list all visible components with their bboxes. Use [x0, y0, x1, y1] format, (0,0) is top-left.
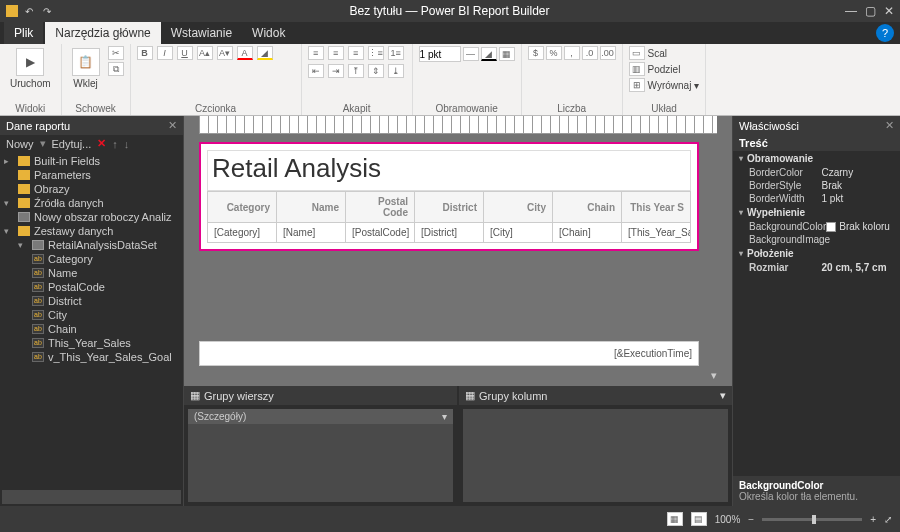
valign-mid-icon[interactable]: ⇕	[368, 64, 384, 78]
maximize-icon[interactable]: ▢	[865, 4, 876, 18]
bold-button[interactable]: B	[137, 46, 153, 60]
undo-icon[interactable]: ↶	[22, 4, 36, 18]
tree-field[interactable]: abName	[0, 266, 183, 280]
align-right-icon[interactable]: ≡	[348, 46, 364, 60]
tree-field[interactable]: abCategory	[0, 252, 183, 266]
copy-icon[interactable]: ⧉	[108, 62, 124, 76]
percent-icon[interactable]: %	[546, 46, 562, 60]
chevron-down-icon[interactable]: ▾	[711, 369, 717, 382]
view-mode-icon[interactable]: ▤	[691, 512, 707, 526]
tree-node-images[interactable]: Obrazy	[0, 182, 183, 196]
font-shrink-icon[interactable]: A▾	[217, 46, 233, 60]
currency-icon[interactable]: $	[528, 46, 544, 60]
col-header[interactable]: Chain	[553, 192, 622, 223]
tree-field[interactable]: abDistrict	[0, 294, 183, 308]
selected-object[interactable]: Treść	[733, 135, 900, 151]
cell[interactable]: [Name]	[277, 223, 346, 243]
tree-field[interactable]: abChain	[0, 322, 183, 336]
close-icon[interactable]: ✕	[168, 119, 177, 132]
border-thickness-input[interactable]	[419, 46, 461, 62]
close-icon[interactable]: ✕	[884, 4, 894, 18]
tree-node-datasources[interactable]: ▾Źródła danych	[0, 196, 183, 210]
tab-home[interactable]: Narzędzia główne	[45, 22, 160, 44]
col-header[interactable]: District	[415, 192, 484, 223]
fill-color-icon[interactable]: ◢	[257, 46, 273, 60]
border-preset-icon[interactable]: ▦	[499, 47, 515, 61]
tree-node-params[interactable]: Parameters	[0, 168, 183, 182]
edit-button[interactable]: Edytuj...	[52, 138, 92, 150]
comma-icon[interactable]: ,	[564, 46, 580, 60]
report-table[interactable]: Category Name Postal Code District City …	[207, 191, 691, 243]
minimize-icon[interactable]: —	[845, 4, 857, 18]
zoom-slider[interactable]	[762, 518, 862, 521]
report-title[interactable]: Retail Analysis	[207, 150, 691, 191]
numbering-icon[interactable]: 1≡	[388, 46, 404, 60]
border-color-icon[interactable]: ◢	[481, 47, 497, 61]
col-header[interactable]: City	[484, 192, 553, 223]
move-up-icon[interactable]: ↑	[112, 138, 118, 150]
help-icon[interactable]: ?	[876, 24, 894, 42]
cell[interactable]: [Category]	[208, 223, 277, 243]
tab-insert[interactable]: Wstawianie	[161, 22, 242, 44]
delete-icon[interactable]: ✕	[97, 137, 106, 150]
cell[interactable]: [This_Year_Sa	[622, 223, 691, 243]
split-button[interactable]: ▥Podziel	[629, 62, 681, 76]
indent-dec-icon[interactable]: ⇤	[308, 64, 324, 78]
app-icon	[6, 5, 18, 17]
cell[interactable]: [PostalCode]	[346, 223, 415, 243]
chevron-down-icon[interactable]: ▾	[720, 389, 726, 402]
redo-icon[interactable]: ↷	[40, 4, 54, 18]
font-color-icon[interactable]: A	[237, 46, 253, 60]
col-header[interactable]: Postal Code	[346, 192, 415, 223]
col-header[interactable]: Category	[208, 192, 277, 223]
tree-field[interactable]: abThis_Year_Sales	[0, 336, 183, 350]
valign-top-icon[interactable]: ⤒	[348, 64, 364, 78]
move-down-icon[interactable]: ↓	[124, 138, 130, 150]
tree-field[interactable]: abCity	[0, 308, 183, 322]
fit-icon[interactable]: ⤢	[884, 514, 892, 525]
indent-inc-icon[interactable]: ⇥	[328, 64, 344, 78]
report-footer[interactable]: [&ExecutionTime]	[199, 341, 699, 366]
row-group-item[interactable]: (Szczegóły) ▾	[188, 409, 453, 424]
align-left-icon[interactable]: ≡	[308, 46, 324, 60]
close-icon[interactable]: ✕	[885, 119, 894, 132]
zoom-in-icon[interactable]: +	[870, 514, 876, 525]
tree-node-datasource[interactable]: Nowy obszar roboczy Analiz	[0, 210, 183, 224]
border-style-icon[interactable]: —	[463, 47, 479, 61]
cell[interactable]: [Chain]	[553, 223, 622, 243]
italic-button[interactable]: I	[157, 46, 173, 60]
tab-file[interactable]: Plik	[4, 22, 43, 44]
scrollbar[interactable]	[2, 490, 181, 504]
underline-button[interactable]: U	[177, 46, 193, 60]
run-button[interactable]: ▶ Uruchom	[6, 46, 55, 91]
tree-node-datasets[interactable]: ▾Zestawy danych	[0, 224, 183, 238]
cell[interactable]: [District]	[415, 223, 484, 243]
tab-view[interactable]: Widok	[242, 22, 295, 44]
prop-section-border[interactable]: Obramowanie	[733, 151, 900, 166]
chevron-down-icon[interactable]: ▾	[442, 411, 447, 422]
prop-section-position[interactable]: Położenie	[733, 246, 900, 261]
font-grow-icon[interactable]: A▴	[197, 46, 213, 60]
bullets-icon[interactable]: ⋮≡	[368, 46, 384, 60]
report-body[interactable]: Retail Analysis Category Name Postal Cod…	[199, 142, 699, 251]
paste-button[interactable]: 📋 Wklej	[68, 46, 104, 91]
cell[interactable]: [City]	[484, 223, 553, 243]
align-center-icon[interactable]: ≡	[328, 46, 344, 60]
tree-field[interactable]: abPostalCode	[0, 280, 183, 294]
align-button[interactable]: ⊞Wyrównaj▾	[629, 78, 700, 92]
col-header[interactable]: Name	[277, 192, 346, 223]
tree-field[interactable]: abv_This_Year_Sales_Goal	[0, 350, 183, 364]
decimal-dec-icon[interactable]: .00	[600, 46, 616, 60]
merge-button[interactable]: ▭Scal	[629, 46, 667, 60]
view-mode-icon[interactable]: ▦	[667, 512, 683, 526]
prop-section-fill[interactable]: Wypełnienie	[733, 205, 900, 220]
cut-icon[interactable]: ✂	[108, 46, 124, 60]
row-groups-title: Grupy wierszy	[204, 390, 274, 402]
new-button[interactable]: Nowy	[6, 138, 34, 150]
decimal-inc-icon[interactable]: .0	[582, 46, 598, 60]
zoom-out-icon[interactable]: −	[748, 514, 754, 525]
col-header[interactable]: This Year S	[622, 192, 691, 223]
tree-node-builtin[interactable]: ▸Built-in Fields	[0, 154, 183, 168]
valign-bot-icon[interactable]: ⤓	[388, 64, 404, 78]
tree-node-dataset[interactable]: ▾RetailAnalysisDataSet	[0, 238, 183, 252]
